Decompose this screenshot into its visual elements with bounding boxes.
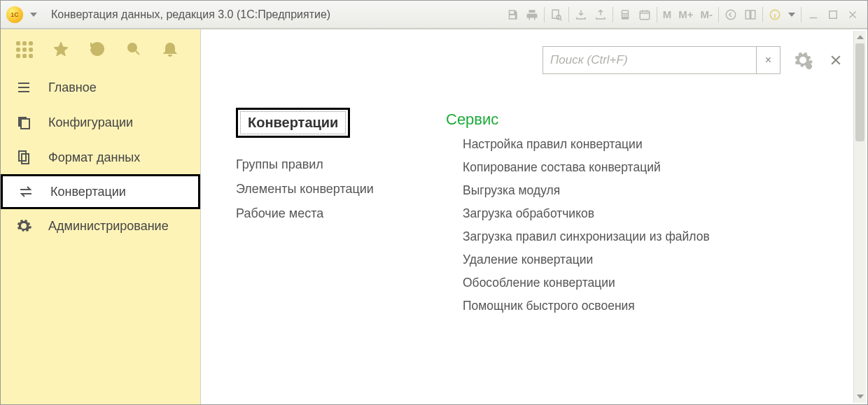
panel-close-icon[interactable]: [825, 46, 846, 74]
sidebar-item-configurations[interactable]: Конфигурации: [1, 105, 200, 140]
star-icon[interactable]: [52, 41, 69, 59]
heading-service: Сервис: [446, 111, 740, 129]
search-box: ×: [542, 46, 780, 74]
scroll-thumb[interactable]: [855, 43, 864, 141]
tray-down-icon[interactable]: [572, 6, 590, 24]
link-export-module[interactable]: Выгрузка модуля: [463, 183, 740, 198]
info-icon[interactable]: [766, 6, 784, 24]
content-columns: Конвертации Группы правил Элементы конве…: [236, 108, 846, 313]
sidebar-item-label: Главное: [48, 80, 97, 95]
info-dropdown[interactable]: [785, 1, 798, 29]
link-isolate-conversion[interactable]: Обособление конвертации: [463, 276, 740, 290]
titlebar: 1С Конвертация данных, редакция 3.0 (1С:…: [1, 1, 867, 29]
app-body: Главное Конфигурации Формат данных: [1, 29, 867, 404]
search-icon[interactable]: [125, 41, 142, 59]
svg-rect-9: [626, 15, 628, 17]
search-clear-button[interactable]: ×: [756, 47, 780, 73]
apps-grid-icon[interactable]: [16, 41, 33, 58]
close-button[interactable]: [844, 6, 862, 24]
svg-point-16: [128, 43, 136, 52]
stack-icon: [15, 113, 33, 132]
sidebar-item-label: Администрирование: [48, 219, 169, 234]
main: × Конвертации Группы п: [201, 29, 867, 404]
svg-rect-13: [751, 10, 755, 19]
gear-icon: [15, 217, 33, 235]
app-logo-icon: 1С: [6, 6, 23, 23]
minimize-button[interactable]: [804, 6, 822, 24]
link-rule-groups[interactable]: Группы правил: [236, 157, 418, 172]
sidebar-item-label: Конвертации: [50, 185, 126, 199]
calendar-icon[interactable]: [636, 6, 654, 24]
svg-rect-8: [624, 15, 626, 17]
titlebar-menu-dropdown[interactable]: [27, 1, 40, 29]
column-right: Сервис Настройка правил конвертации Копи…: [446, 108, 740, 313]
history-icon[interactable]: [89, 41, 106, 59]
link-quick-help[interactable]: Помощник быстрого освоения: [463, 299, 740, 313]
scroll-up-icon[interactable]: [854, 31, 866, 43]
svg-rect-10: [640, 10, 650, 19]
window-title: Конвертация данных, редакция 3.0 (1С:Пре…: [51, 8, 330, 21]
bell-icon[interactable]: [162, 41, 178, 59]
link-delete-conversion[interactable]: Удаление конвертации: [463, 253, 740, 267]
link-load-sync-rules[interactable]: Загрузка правил синхронизации из файлов: [463, 229, 740, 244]
settings-gear-icon[interactable]: [789, 46, 817, 74]
svg-rect-4: [622, 14, 624, 15]
documents-icon: [15, 148, 33, 166]
main-topbar: ×: [236, 45, 846, 76]
memory-m-button[interactable]: M: [660, 8, 675, 20]
app-logo-text: 1С: [10, 11, 19, 18]
svg-rect-3: [622, 10, 628, 13]
linklist-right: Настройка правил конвертации Копирование…: [446, 137, 740, 313]
scroll-down-icon[interactable]: [854, 390, 866, 403]
link-conversion-elements[interactable]: Элементы конвертации: [236, 182, 418, 197]
preview-icon[interactable]: [547, 6, 566, 24]
linklist-left: Группы правил Элементы конвертации Рабоч…: [236, 157, 418, 221]
vertical-scrollbar[interactable]: [853, 31, 866, 403]
svg-rect-0: [552, 10, 559, 18]
sidebar: Главное Конфигурации Формат данных: [1, 29, 201, 404]
print-icon[interactable]: [523, 6, 541, 24]
panels-icon[interactable]: [741, 6, 760, 24]
memory-mminus-button[interactable]: M-: [698, 8, 716, 20]
link-setup-rules[interactable]: Настройка правил конвертации: [463, 137, 740, 152]
svg-rect-5: [624, 14, 626, 15]
sidebar-item-main[interactable]: Главное: [1, 70, 200, 105]
app-window: 1С Конвертация данных, редакция 3.0 (1С:…: [0, 0, 868, 405]
svg-rect-7: [622, 15, 624, 17]
tray-up-icon[interactable]: [592, 6, 610, 24]
maximize-button[interactable]: [824, 6, 842, 24]
svg-rect-15: [830, 10, 837, 18]
sidebar-nav: Главное Конфигурации Формат данных: [1, 70, 200, 243]
svg-rect-12: [746, 10, 750, 19]
menu-icon: [15, 78, 33, 97]
search-input[interactable]: [543, 47, 756, 73]
swap-icon: [17, 183, 35, 201]
sidebar-item-label: Формат данных: [48, 150, 140, 165]
sidebar-toolbar: [1, 29, 200, 70]
link-copy-composition[interactable]: Копирование состава конвертаций: [463, 160, 740, 175]
svg-rect-6: [626, 14, 628, 15]
sidebar-item-conversions[interactable]: Конвертации: [1, 174, 200, 209]
sidebar-item-admin[interactable]: Администрирование: [1, 208, 200, 243]
save-icon[interactable]: [503, 6, 522, 24]
heading-text: Конвертации: [240, 111, 346, 134]
memory-mplus-button[interactable]: M+: [676, 8, 696, 20]
svg-point-11: [726, 10, 736, 20]
svg-point-21: [806, 63, 812, 69]
heading-conversions[interactable]: Конвертации: [236, 108, 350, 138]
scroll-track[interactable]: [854, 43, 866, 390]
titlebar-tools: M M+ M-: [503, 1, 862, 29]
back-icon[interactable]: [722, 6, 740, 24]
sidebar-item-label: Конфигурации: [48, 115, 133, 130]
link-workplaces[interactable]: Рабочие места: [236, 206, 418, 221]
column-left: Конвертации Группы правил Элементы конве…: [236, 108, 418, 313]
calculator-icon[interactable]: [616, 6, 634, 24]
link-load-handlers[interactable]: Загрузка обработчиков: [463, 206, 740, 221]
svg-rect-18: [21, 119, 29, 129]
sidebar-item-format[interactable]: Формат данных: [1, 140, 200, 175]
